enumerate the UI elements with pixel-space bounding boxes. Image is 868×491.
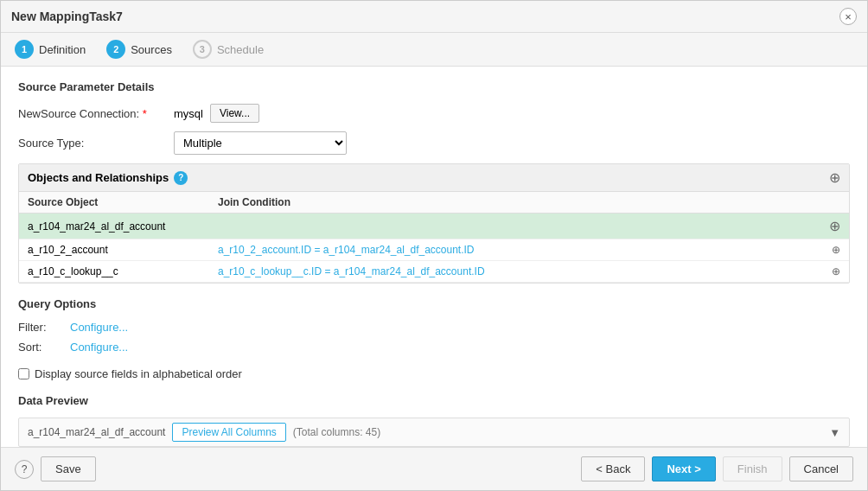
connection-label: NewSource Connection: * — [18, 107, 174, 120]
tab-definition-label: Definition — [39, 43, 86, 56]
connection-row: NewSource Connection: * mysql View... — [18, 104, 850, 123]
preview-total-columns: (Total columns: 45) — [293, 426, 380, 438]
tabs-bar: 1 Definition 2 Sources 3 Schedule — [1, 33, 867, 67]
cancel-button[interactable]: Cancel — [789, 456, 853, 481]
connection-value-container: mysql View... — [174, 104, 259, 123]
row3-dropdown-icon[interactable]: ⊕ — [832, 265, 840, 277]
query-options-title: Query Options — [18, 297, 850, 310]
tab-sources-label: Sources — [131, 43, 172, 56]
row2-dropdown-icon[interactable]: ⊕ — [832, 244, 840, 256]
footer: ? Save < Back Next > Finish Cancel — [1, 447, 867, 490]
title-bar: New MappingTask7 × — [1, 1, 867, 33]
save-button[interactable]: Save — [41, 456, 96, 481]
query-options-section: Query Options Filter: Configure... Sort:… — [18, 297, 850, 354]
row2-source: a_r10_2_account — [28, 244, 218, 256]
row2-join-link[interactable]: a_r10_2_account.ID = a_r104_mar24_al_df_… — [218, 244, 475, 256]
preview-chevron-icon[interactable]: ▼ — [829, 426, 840, 439]
main-content: Source Parameter Details NewSource Conne… — [1, 67, 867, 447]
objects-table-header: Source Object Join Condition — [19, 192, 849, 214]
source-type-label: Source Type: — [18, 137, 174, 150]
tab-schedule-number: 3 — [193, 40, 212, 59]
objects-title: Objects and Relationships — [28, 171, 169, 184]
source-type-row: Source Type: Multiple Single — [18, 131, 850, 155]
close-button[interactable]: × — [839, 8, 857, 25]
main-window: New MappingTask7 × 1 Definition 2 Source… — [0, 0, 868, 491]
objects-section: Objects and Relationships ? ⊕ Source Obj… — [18, 163, 850, 284]
tab-sources-number: 2 — [106, 40, 125, 59]
sort-row: Sort: Configure... — [18, 341, 850, 354]
row1-dropdown-icon: ⊕ — [829, 218, 840, 234]
sort-label: Sort: — [18, 341, 70, 354]
tab-sources[interactable]: 2 Sources — [106, 40, 172, 59]
row1-source: a_r104_mar24_al_df_account — [28, 220, 218, 233]
col-join-condition: Join Condition — [218, 196, 840, 208]
footer-right: < Back Next > Finish Cancel — [581, 456, 853, 481]
filter-label: Filter: — [18, 321, 70, 334]
help-icon[interactable]: ? — [15, 460, 34, 479]
alphabetical-checkbox-row: Display source fields in alphabetical or… — [18, 367, 850, 380]
row3-source: a_r10_c_lookup__c — [28, 265, 218, 277]
view-button[interactable]: View... — [210, 104, 259, 123]
tab-definition-number: 1 — [15, 40, 34, 59]
preview-source-name: a_r104_mar24_al_df_account — [28, 426, 165, 438]
table-row[interactable]: a_r10_c_lookup__c a_r10_c_lookup__c.ID =… — [19, 261, 849, 283]
next-button[interactable]: Next > — [652, 456, 715, 481]
back-button[interactable]: < Back — [581, 456, 645, 481]
filter-row: Filter: Configure... — [18, 321, 850, 334]
objects-header: Objects and Relationships ? ⊕ — [19, 164, 849, 192]
tab-definition[interactable]: 1 Definition — [15, 40, 86, 59]
window-title: New MappingTask7 — [11, 10, 123, 23]
tab-schedule[interactable]: 3 Schedule — [193, 40, 264, 59]
objects-header-left: Objects and Relationships ? — [28, 171, 188, 185]
objects-dropdown-icon[interactable]: ⊕ — [829, 169, 840, 186]
source-type-value-container: Multiple Single — [174, 131, 347, 155]
tab-schedule-label: Schedule — [217, 43, 264, 56]
sort-configure-link[interactable]: Configure... — [70, 341, 128, 354]
preview-all-columns-button[interactable]: Preview All Columns — [172, 423, 285, 442]
source-type-select[interactable]: Multiple Single — [174, 131, 347, 155]
objects-help-icon[interactable]: ? — [174, 171, 188, 185]
row3-join-link[interactable]: a_r10_c_lookup__c.ID = a_r104_mar24_al_d… — [218, 265, 485, 277]
footer-left: ? Save — [15, 456, 96, 481]
col-source-object: Source Object — [28, 196, 218, 208]
row1-dropdown[interactable]: ⊕ — [218, 218, 840, 234]
filter-configure-link[interactable]: Configure... — [70, 321, 128, 334]
connection-value-text: mysql — [174, 107, 203, 120]
data-preview-title: Data Preview — [18, 394, 850, 407]
alphabetical-checkbox[interactable] — [18, 368, 29, 379]
table-row[interactable]: a_r104_mar24_al_df_account ⊕ — [19, 214, 849, 239]
data-preview-section: Data Preview a_r104_mar24_al_df_account … — [18, 394, 850, 447]
finish-button[interactable]: Finish — [723, 456, 782, 481]
alphabetical-label[interactable]: Display source fields in alphabetical or… — [35, 367, 242, 380]
preview-bar: a_r104_mar24_al_df_account Preview All C… — [18, 418, 850, 447]
table-row[interactable]: a_r10_2_account a_r10_2_account.ID = a_r… — [19, 239, 849, 261]
source-param-title: Source Parameter Details — [18, 80, 850, 93]
